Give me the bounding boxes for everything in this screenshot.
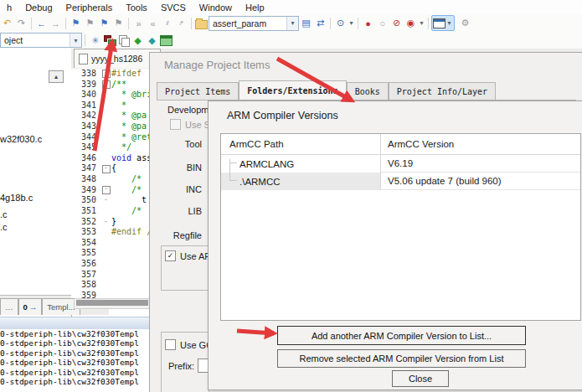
disable-all-breakpoints-icon[interactable]: ◉ [404,17,418,30]
navigate-browse-icon[interactable]: ⇄ [313,17,327,30]
use-arm-checkbox[interactable]: ✓ [165,250,176,261]
fold-box-icon[interactable]: - [100,163,111,174]
compiler-version-row[interactable]: .\ARMCCV5.06 update 7 (build 960) [221,173,580,190]
fold-box-icon[interactable]: - [100,69,111,80]
menu-item[interactable]: Peripherals [59,2,120,13]
insert-bookmark-icon[interactable]: ⚑ [69,17,83,30]
add-compiler-version-button[interactable]: Add another ARM Compiler Version to List… [277,326,526,345]
editor-hscrollbar[interactable] [74,298,152,309]
fold-margin [100,248,111,259]
line-number: 339 [71,80,100,90]
file-icon [79,54,88,64]
fold-margin [100,280,111,291]
uncomment-selection-icon[interactable]: /* [174,17,188,30]
build-windows-icon[interactable] [159,34,173,47]
menu-item[interactable]: h [0,2,18,13]
remove-compiler-version-button[interactable]: Remove selected ARM Compiler Version fro… [277,349,526,368]
fold-margin [100,90,111,101]
project-file-item[interactable]: 4g18b.c [0,193,70,203]
target-combo[interactable]: oject ▾ [0,33,82,48]
file-extensions-icon[interactable] [116,34,131,47]
next-bookmark-icon[interactable]: ⚑ [97,17,111,30]
options-for-target-icon[interactable]: ✳ [88,34,102,47]
redo-icon[interactable]: ↷ [14,17,28,30]
navigate-forward-icon[interactable]: → [49,17,63,30]
menu-bar: hDebugPeripheralsToolsSVCSWindowHelp [0,0,582,14]
editor-tab[interactable]: yyyy_hs1286 [74,49,161,68]
indent-right-icon[interactable]: » [131,17,146,30]
find-in-files-icon[interactable]: ▤ [299,17,313,30]
tab-folders-extensions[interactable]: Folders/Extensions [239,80,346,100]
indent-left-icon[interactable]: « [146,17,160,30]
fold-margin [100,142,111,153]
window-layout-button[interactable]: ▾ [431,15,455,31]
tree-connector-stub [229,162,237,163]
output-splitter[interactable] [0,317,149,330]
breakpoints-dropdown[interactable]: ▾ [418,19,425,27]
tab-functions[interactable]: 0→ [18,298,43,315]
editor-hscrollbar-thumb[interactable] [76,300,148,306]
project-file-item[interactable]: w32f030.c [0,134,70,144]
undo-icon[interactable]: ↶ [0,17,14,30]
source-browser-icon[interactable]: ⊙ [333,17,348,30]
tab-templates-label: Templ... [47,302,75,312]
kill-breakpoints-icon[interactable]: ⊘ [389,17,404,30]
menu-item[interactable]: Debug [18,2,59,13]
project-panel[interactable]: w32f030.c4g18b.c.c.c [0,49,72,317]
dialog-title: Manage Project Items [164,59,270,71]
armcc-version-cell: V6.19 [381,155,580,173]
fold-box-icon[interactable]: - [100,80,111,90]
tab-project-items[interactable]: Project Items [157,82,239,100]
clear-bookmarks-icon[interactable]: ⚑ [111,17,126,30]
search-combo-dropdown[interactable]: ▾ [286,17,298,30]
toolbar-separator [428,18,429,29]
compiler-version-row[interactable]: ARMCLANGV6.19 [221,155,580,173]
tab-books[interactable]: Books [347,82,389,100]
tab-project-info-layer[interactable]: Project Info/Layer [389,82,496,100]
compiler-version-list[interactable]: ArmCC Path ArmCC Version ARMCLANGV6.19.\… [220,133,581,321]
configure-wrench-icon[interactable]: ⚙ [458,17,472,30]
open-folder-icon[interactable] [194,17,209,30]
search-combo[interactable]: assert_param ▾ [209,16,299,31]
fold-margin [100,270,111,281]
line-number: 353 [71,227,100,238]
toggle-breakpoint-icon[interactable]: ● [361,17,375,30]
line-number: 354 [71,238,100,249]
column-armcc-version[interactable]: ArmCC Version [381,134,580,154]
manage-project-items-icon[interactable] [102,34,116,47]
fold-margin [100,121,111,132]
batch-build-icon[interactable]: ◆ [145,34,159,47]
comment-selection-icon[interactable]: // [160,17,174,30]
line-number: 349 [71,185,100,196]
fold-box-icon[interactable]: - [100,185,111,196]
project-file-item[interactable]: .c [0,222,70,232]
menu-item[interactable]: Tools [119,2,154,13]
line-number: 343 [71,121,100,132]
window-layout-dropdown[interactable]: ▾ [446,19,453,27]
source-browser-dropdown[interactable]: ▾ [348,19,355,27]
line-number: 357 [71,270,100,281]
close-button[interactable]: Close [392,370,449,387]
tree-scroll-up-button[interactable]: ▴ [49,70,64,83]
menu-item[interactable]: Help [239,2,271,13]
build-output-panel[interactable]: 0-stdperiph-lib\cw32f030Templ0-stdperiph… [0,329,149,392]
hidden-tab-stub[interactable]: … [0,298,18,315]
menu-item[interactable]: SVCS [154,2,193,13]
column-armcc-path[interactable]: ArmCC Path [221,134,381,154]
code-text: * @ret [111,132,152,143]
use-settings-checkbox[interactable] [170,119,181,130]
navigate-back-icon[interactable]: ← [34,17,49,30]
search-combo-value: assert_param [209,18,286,28]
menu-item[interactable]: Window [193,2,239,13]
disable-breakpoint-icon[interactable]: ○ [375,17,389,30]
use-gcc-checkbox[interactable] [165,339,176,350]
compiler-dialog-title: ARM Compiler Versions [227,110,338,121]
target-combo-value: oject [1,35,70,45]
project-file-item[interactable]: .c [0,209,70,219]
build-toolbar: oject ▾ ✳ ◆ ◆ [0,32,582,49]
prev-bookmark-icon[interactable]: ⚑ [83,17,97,30]
code-text: void ass [111,153,152,164]
target-combo-dropdown[interactable]: ▾ [70,34,81,47]
project-tree[interactable]: w32f030.c4g18b.c.c.c [0,49,71,317]
multi-project-icon[interactable]: ◆ [131,34,145,47]
